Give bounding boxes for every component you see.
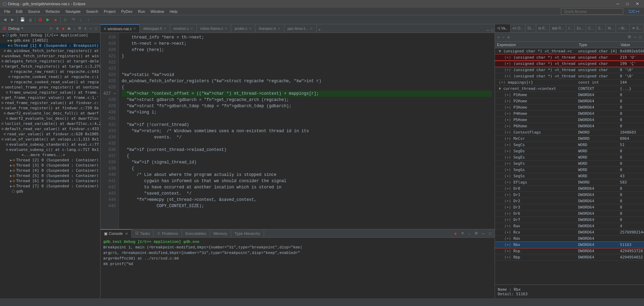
console-stop-btn[interactable]: ■	[452, 230, 459, 237]
debug-tree-item[interactable]: ≡loclist_read_variable() at dwarf2loc.c:…	[0, 121, 100, 126]
debug-action-stop[interactable]: ■	[61, 26, 66, 31]
var-expand-icon[interactable]: (•)	[504, 136, 514, 141]
table-row[interactable]: (•) (unsigned char *) ¤t_thread unsigned…	[495, 73, 644, 79]
debug-tree-item[interactable]: ≡get_frame_register_value() at frame.c:1…	[0, 95, 100, 100]
var-expand-icon[interactable]: (•)	[504, 186, 514, 191]
debug-tree-item[interactable]: ▶ ⊙Thread [7] 0 (Suspended : Container)	[0, 184, 100, 189]
maximize-btn[interactable]: □	[624, 1, 631, 6]
debug-tree-item[interactable]: ≡regcache_raw_read() at regcache.c:643	[0, 69, 100, 74]
console-clear-btn[interactable]: ✕	[459, 230, 465, 237]
tab-close-3[interactable]: ✕	[190, 27, 193, 31]
toolbar-run-btn[interactable]: ▶	[44, 16, 51, 23]
table-row[interactable]: (•) Dr2 DWORD64 0	[495, 198, 644, 204]
console-scroll-btn[interactable]: ↓	[466, 230, 472, 237]
table-row[interactable]: (•) Dr0 DWORD64 0	[495, 186, 644, 192]
tab-inline-frame[interactable]: inline-frame.c ✕	[197, 24, 231, 33]
tab-console[interactable]: ▣ Console ✕	[101, 229, 132, 238]
toolbar-back-btn[interactable]: ◀	[1, 16, 8, 23]
tab-problems[interactable]: ⚠ Problems	[154, 229, 182, 238]
var-expand-icon[interactable]: (•)	[504, 68, 514, 72]
right-tab-br[interactable]: ○ Br...	[616, 24, 630, 32]
toolbar-step-over-btn[interactable]: ↷	[70, 16, 77, 23]
var-expand-icon[interactable]: (•)	[504, 99, 514, 103]
table-row[interactable]: (•) P4Home DWORD64 0	[495, 111, 644, 117]
tab-executables[interactable]: Executables	[182, 229, 210, 238]
table-row[interactable]: (•) MxCsr DWORD 8064	[495, 136, 644, 142]
toolbar-stop-btn[interactable]: ■	[52, 16, 59, 23]
var-expand-icon[interactable]: (•)	[504, 211, 514, 216]
table-row[interactable]: (•) Dr6 DWORD64 0	[495, 211, 644, 217]
var-add-btn[interactable]: +	[496, 35, 501, 40]
debug-tree-item[interactable]: ≡regcache_cooked_read_value() at regca	[0, 79, 100, 85]
tab-close-1[interactable]: ✕	[133, 27, 136, 31]
tab-linespec[interactable]: linespec.h ✕	[255, 24, 284, 33]
tab-ppc[interactable]: ppc-linux-t... ✕	[284, 24, 316, 33]
debug-tree-item[interactable]: ≡sentinel_frame_prev_register() at senti…	[0, 85, 100, 90]
table-row[interactable]: (•) Rax DWORD64 4	[495, 223, 644, 229]
right-tab-outline[interactable]: ≡≡ O...	[511, 24, 526, 32]
tab-type-hierarchy[interactable]: Type Hierarchy	[231, 229, 264, 238]
debug-tree-item[interactable]: ▶ ⊙Thread [4] 0 (Suspended : Container)	[0, 168, 100, 173]
var-expand-icon[interactable]: (•)	[504, 55, 514, 60]
quick-access-input[interactable]	[561, 8, 623, 15]
debug-tree-item[interactable]: ≡value_of_variable() at valops.c:1,313 0…	[0, 137, 100, 142]
tab-debugapi[interactable]: debugapi.h ✕	[140, 24, 170, 33]
table-row[interactable]: (•) SegCs WORD 51	[495, 142, 644, 148]
var-expand-icon[interactable]: (•)	[504, 255, 514, 260]
table-row[interactable]: (•) Rcx DWORD64 25769902144	[495, 229, 644, 236]
right-tab-disasm[interactable]: Di...	[525, 24, 536, 32]
debug-action-disconnect[interactable]: ⏏	[66, 26, 72, 31]
right-tab-c[interactable]: C...	[586, 24, 596, 32]
var-expand-icon[interactable]: (•)	[504, 193, 514, 197]
menu-source[interactable]: Source	[25, 9, 43, 14]
debug-tree-item[interactable]: ≡read_frame_register_value() at findvar.…	[0, 100, 100, 105]
menu-search[interactable]: Search	[84, 9, 101, 14]
table-row[interactable]: (•) Dr3 DWORD64 0	[495, 204, 644, 211]
right-tab-regs2[interactable]: ⊞⊞ R...	[550, 24, 566, 32]
debug-tree-item[interactable]: ≡evaluate_subexp_c() at c-lang.c:717 0x1	[0, 147, 100, 152]
menu-file[interactable]: File	[1, 9, 13, 14]
debug-tree-item[interactable]: ▶ ⬡gdb_test Debug [C/C++ Application]	[0, 33, 100, 38]
table-row[interactable]: (•) Dr1 DWORD64 0	[495, 192, 644, 198]
var-remove-btn[interactable]: −	[501, 35, 505, 40]
menu-window[interactable]: Window	[148, 9, 167, 14]
table-row[interactable]: (•) P3Home DWORD64 0	[495, 104, 644, 111]
table-row[interactable]: (•) SegGs WORD 0	[495, 167, 644, 173]
table-row[interactable]: (•) Rsp DWORD64 4294953728	[495, 248, 644, 254]
debug-tree-item[interactable]: ≡frame_unwind_register_value() at frame.	[0, 90, 100, 95]
bottom-min-btn[interactable]: ─	[480, 230, 486, 237]
table-row[interactable]: (•) ContextFlags DWORD 1048603	[495, 129, 644, 136]
var-expand-icon[interactable]: (•)	[504, 61, 514, 66]
var-expand-icon[interactable]: (•)	[504, 224, 514, 228]
tab-memory[interactable]: Memory	[210, 229, 231, 238]
toolbar-forward-btn[interactable]: ▶	[9, 16, 16, 23]
var-expand-icon[interactable]: (•)	[504, 143, 514, 147]
toolbar-step-into-btn[interactable]: ↓	[77, 16, 84, 23]
minimize-btn[interactable]: ─	[614, 1, 621, 6]
editor-tabs-more[interactable]: »	[316, 26, 323, 33]
table-row[interactable]: (•) P5Home DWORD64 0	[495, 117, 644, 123]
table-row[interactable]: (•) Dr7 DWORD64 0	[495, 217, 644, 223]
toolbar-save-btn[interactable]: 💾	[19, 16, 26, 23]
tab-close-2[interactable]: ✕	[164, 27, 166, 31]
table-row[interactable]: ▼ (unsigned char *) ¤t_thread->c unsigne…	[495, 48, 644, 54]
menu-help[interactable]: Help	[167, 9, 180, 14]
debug-tree-item[interactable]: ≡do_windows_fetch_inferior_registers() a…	[0, 48, 100, 53]
var-expand-icon[interactable]: (•)	[504, 180, 514, 185]
tab-close-6[interactable]: ✕	[278, 27, 280, 31]
var-expand-icon[interactable]: (•)	[504, 93, 514, 97]
var-min-btn[interactable]: ─	[633, 35, 638, 40]
tab-tasks[interactable]: ☑ Tasks	[132, 229, 154, 238]
menu-refactor[interactable]: Refactor	[43, 9, 63, 14]
var-max-btn[interactable]: □	[638, 35, 643, 40]
toolbar-debug-btn[interactable]: 🐞	[37, 16, 44, 23]
debug-tree-item[interactable]: ≡dwarf2_evaluate_loc_desc() at dwarf2loc	[0, 116, 100, 121]
tab-close-5[interactable]: ✕	[249, 27, 252, 31]
debug-tree-item[interactable]: ▼ ⊙Thread [1] 0 (Suspended : Breakpoint)	[0, 43, 100, 48]
tab-windows-nat[interactable]: C windows-nat.c ✕	[101, 24, 140, 33]
table-row[interactable]: (•) P1Home DWORD64 0	[495, 92, 644, 98]
debug-action-max[interactable]: □	[94, 26, 98, 31]
editor-min-btn[interactable]: ─	[486, 28, 490, 33]
var-expand-icon[interactable]: (•)	[504, 124, 514, 128]
toolbar-print-btn[interactable]: 🖨	[27, 16, 34, 23]
